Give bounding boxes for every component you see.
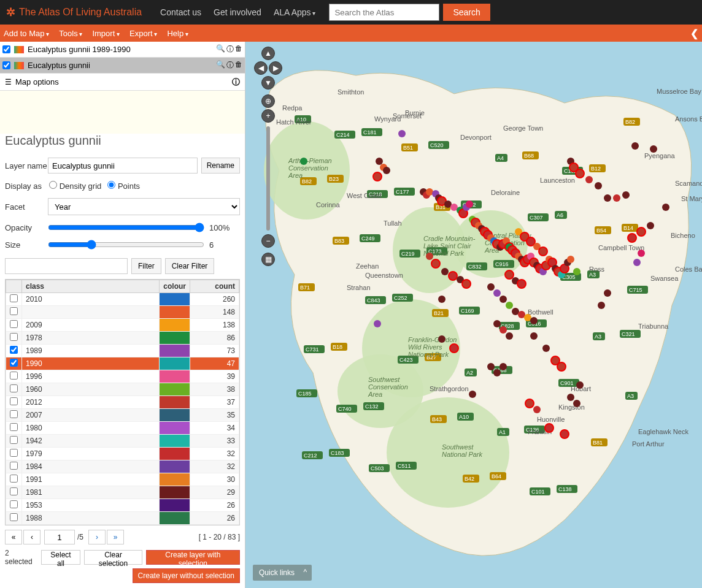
table-row[interactable]: 2012 37 <box>6 396 239 409</box>
col-count[interactable]: count <box>190 280 239 293</box>
filter-input[interactable] <box>5 258 128 274</box>
zoom-slider[interactable] <box>266 126 270 231</box>
clear-selection-button[interactable]: Clear selection <box>84 550 142 565</box>
top-bar: ✲ The Atlas Of Living Australia Contact … <box>0 0 702 25</box>
row-checkbox[interactable] <box>10 346 18 354</box>
quick-links-button[interactable]: Quick links <box>253 565 312 581</box>
table-row[interactable]: 1991 30 <box>6 473 239 486</box>
row-checkbox[interactable] <box>10 384 18 392</box>
tb-export[interactable]: Export <box>129 29 157 38</box>
row-checkbox[interactable] <box>10 320 18 328</box>
row-checkbox[interactable] <box>10 372 18 380</box>
row-checkbox[interactable] <box>10 333 18 341</box>
row-checkbox[interactable] <box>10 423 18 431</box>
pager-first-button[interactable]: « <box>5 530 22 544</box>
globe-icon[interactable]: ⊕ <box>261 94 275 108</box>
metadata-icon[interactable]: ⓘ <box>226 60 234 71</box>
layer-name-input[interactable] <box>48 158 198 174</box>
opacity-slider[interactable] <box>48 223 204 232</box>
row-checkbox[interactable] <box>10 436 18 444</box>
table-row[interactable]: 2007 35 <box>6 409 239 422</box>
layers-icon[interactable]: ▦ <box>261 253 275 266</box>
create-with-selection-button[interactable]: Create layer with selection <box>146 550 240 565</box>
rename-button[interactable]: Rename <box>201 158 240 174</box>
table-row[interactable]: 148 <box>6 306 239 319</box>
layer-checkbox[interactable] <box>2 61 10 69</box>
zoom-in-icon[interactable]: + <box>261 109 275 123</box>
delete-icon[interactable]: 🗑 <box>235 60 242 71</box>
table-row[interactable]: 1953 26 <box>6 499 239 512</box>
row-colour <box>160 422 190 435</box>
table-row[interactable]: 1960 38 <box>6 383 239 396</box>
pan-down-icon[interactable]: ▼ <box>261 76 275 90</box>
info-icon[interactable]: ⓘ <box>232 77 240 88</box>
svg-text:Southwest: Southwest <box>368 376 400 383</box>
row-checkbox[interactable] <box>10 449 18 457</box>
pager-page-input[interactable] <box>44 530 75 544</box>
table-row[interactable]: 1996 39 <box>6 370 239 383</box>
facet-table[interactable]: class colour count 2010 260 148 2009 138… <box>5 279 240 525</box>
metadata-icon[interactable]: ⓘ <box>226 44 234 55</box>
create-without-selection-button[interactable]: Create layer without selection <box>133 568 240 583</box>
table-row[interactable]: 1978 86 <box>6 332 239 345</box>
layer-row[interactable]: Eucalyptus gunnii 1989-1990 🔍 ⓘ 🗑 <box>0 42 245 58</box>
table-row[interactable]: 1971 24 <box>6 525 239 526</box>
row-checkbox[interactable] <box>10 513 18 521</box>
search-button[interactable]: Search <box>443 4 490 21</box>
row-checkbox[interactable] <box>10 397 18 405</box>
tb-add[interactable]: Add to Map <box>4 29 49 38</box>
pager-next-button[interactable]: › <box>88 530 106 544</box>
row-count: 26 <box>190 499 239 512</box>
nav-apps[interactable]: ALA Apps <box>274 7 316 17</box>
svg-point-245 <box>493 320 501 327</box>
row-checkbox[interactable] <box>10 359 18 367</box>
tb-tools[interactable]: Tools <box>59 29 82 38</box>
pan-left-icon[interactable]: ◀ <box>254 61 268 75</box>
radio-points[interactable]: Points <box>107 181 140 191</box>
map-canvas[interactable]: A10B23C249C252B27A10B64B68A6A3C321C185C1… <box>245 42 702 588</box>
delete-icon[interactable]: 🗑 <box>235 44 242 55</box>
row-checkbox[interactable] <box>10 487 18 495</box>
pan-right-icon[interactable]: ▶ <box>269 61 282 75</box>
nav-contact[interactable]: Contact us <box>160 7 201 17</box>
pager-prev-button[interactable]: ‹ <box>23 530 40 544</box>
zoom-icon[interactable]: 🔍 <box>216 60 225 71</box>
map-options-row[interactable]: ☰ Map options ⓘ <box>0 74 245 91</box>
tb-help[interactable]: Help <box>167 29 188 38</box>
select-all-button[interactable]: Select all <box>41 550 81 565</box>
table-row[interactable]: 1981 29 <box>6 486 239 499</box>
row-checkbox[interactable] <box>10 500 18 508</box>
pan-up-icon[interactable]: ▲ <box>261 47 275 60</box>
radio-density[interactable]: Density grid <box>49 181 101 191</box>
table-row[interactable]: 1979 32 <box>6 448 239 460</box>
table-row[interactable]: 2009 138 <box>6 319 239 332</box>
facet-select[interactable]: Year <box>48 198 240 215</box>
table-row[interactable]: 1980 34 <box>6 422 239 435</box>
row-checkbox[interactable] <box>10 294 18 302</box>
tb-import[interactable]: Import <box>92 29 120 38</box>
pager-last-button[interactable]: » <box>107 530 124 544</box>
row-checkbox[interactable] <box>10 410 18 418</box>
row-checkbox[interactable] <box>10 475 18 483</box>
layer-checkbox[interactable] <box>2 45 10 53</box>
table-row[interactable]: 1990 47 <box>6 357 239 370</box>
table-row[interactable]: 1942 33 <box>6 435 239 448</box>
table-row[interactable]: 1984 32 <box>6 460 239 473</box>
size-slider[interactable] <box>48 240 204 250</box>
col-class[interactable]: class <box>22 280 160 293</box>
layer-row[interactable]: Eucalyptus gunnii 🔍 ⓘ 🗑 <box>0 58 245 74</box>
filter-button[interactable]: Filter <box>131 258 161 274</box>
table-row[interactable]: 2010 260 <box>6 293 239 306</box>
table-row[interactable]: 1988 26 <box>6 512 239 525</box>
table-row[interactable]: 1989 73 <box>6 345 239 357</box>
search-input[interactable] <box>329 4 439 21</box>
col-colour[interactable]: colour <box>160 280 190 293</box>
svg-text:Conservation: Conservation <box>288 164 328 172</box>
row-checkbox[interactable] <box>10 462 18 470</box>
clear-filter-button[interactable]: Clear Filter <box>165 258 215 274</box>
nav-getinvolved[interactable]: Get involved <box>214 7 261 17</box>
zoom-out-icon[interactable]: − <box>261 234 275 248</box>
zoom-icon[interactable]: 🔍 <box>216 44 225 55</box>
collapse-panel-icon[interactable]: ❮ <box>690 28 698 39</box>
row-checkbox[interactable] <box>10 307 18 315</box>
